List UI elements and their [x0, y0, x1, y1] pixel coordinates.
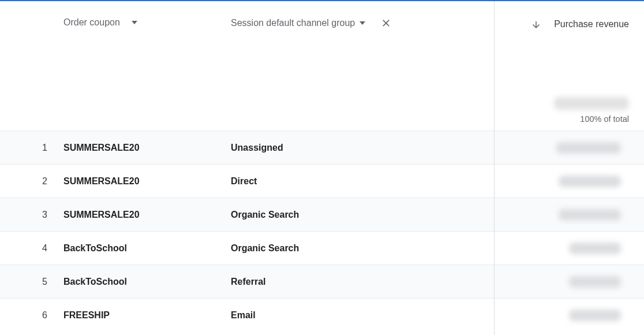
- row-channel: Unassigned: [231, 143, 494, 153]
- secondary-dimension-group: Session default channel group: [231, 17, 494, 29]
- dimension-header-row: Order coupon Session default channel gro…: [0, 1, 494, 131]
- dropdown-triangle-icon: [360, 21, 365, 25]
- secondary-dimension-selector[interactable]: Session default channel group: [231, 18, 365, 28]
- row-index: 6: [0, 310, 63, 321]
- metric-value-redacted: [569, 276, 621, 288]
- metric-cell: [495, 298, 644, 332]
- row-index: 2: [0, 176, 63, 187]
- metric-cell: [495, 231, 644, 265]
- metric-cell: [495, 164, 644, 198]
- table-row[interactable]: 4 BackToSchool Organic Search: [0, 231, 494, 265]
- main-panel: Order coupon Session default channel gro…: [0, 1, 494, 335]
- metric-value-redacted: [559, 176, 621, 187]
- metric-value-redacted: [556, 142, 621, 154]
- row-index: 3: [0, 210, 63, 220]
- metric-total: 100% of total: [495, 97, 644, 131]
- row-coupon: BackToSchool: [63, 243, 231, 254]
- row-coupon: SUMMERSALE20: [63, 210, 231, 220]
- metric-panel: Purchase revenue 100% of total: [494, 1, 644, 335]
- metric-value-redacted: [559, 209, 621, 221]
- row-coupon: BackToSchool: [63, 277, 231, 287]
- metric-value-redacted: [569, 310, 621, 321]
- row-index: 4: [0, 243, 63, 254]
- row-index: 5: [0, 277, 63, 287]
- table-row[interactable]: 1 SUMMERSALE20 Unassigned: [0, 131, 494, 164]
- row-channel: Email: [231, 310, 494, 321]
- close-icon: [380, 17, 392, 29]
- metric-cell: [495, 265, 644, 298]
- secondary-dimension-label: Session default channel group: [231, 18, 355, 28]
- arrow-down-icon: [531, 20, 541, 30]
- table-row[interactable]: 2 SUMMERSALE20 Direct: [0, 164, 494, 198]
- metric-pct-label: 100% of total: [503, 114, 629, 124]
- table-row[interactable]: 6 FREESHIP Email: [0, 298, 494, 332]
- remove-secondary-dimension-button[interactable]: [380, 17, 392, 29]
- metric-sort-button[interactable]: Purchase revenue: [495, 1, 644, 31]
- row-channel: Organic Search: [231, 210, 494, 220]
- dropdown-triangle-icon: [132, 21, 137, 24]
- primary-dimension-label: Order coupon: [63, 17, 120, 28]
- row-channel: Direct: [231, 176, 494, 187]
- table-row[interactable]: 3 SUMMERSALE20 Organic Search: [0, 198, 494, 231]
- row-coupon: SUMMERSALE20: [63, 176, 231, 187]
- table-row[interactable]: 5 BackToSchool Referral: [0, 265, 494, 298]
- metric-cell: [495, 131, 644, 164]
- metric-total-value-redacted: [554, 97, 629, 110]
- row-channel: Organic Search: [231, 243, 494, 254]
- metric-label: Purchase revenue: [554, 17, 629, 31]
- report-table: Order coupon Session default channel gro…: [0, 0, 644, 335]
- primary-dimension-selector[interactable]: Order coupon: [63, 17, 231, 28]
- row-coupon: SUMMERSALE20: [63, 143, 231, 153]
- row-channel: Referral: [231, 277, 494, 287]
- metric-header: Purchase revenue 100% of total: [495, 1, 644, 131]
- row-coupon: FREESHIP: [63, 310, 231, 321]
- metric-cell: [495, 198, 644, 231]
- row-index: 1: [0, 143, 63, 153]
- metric-value-redacted: [569, 243, 621, 254]
